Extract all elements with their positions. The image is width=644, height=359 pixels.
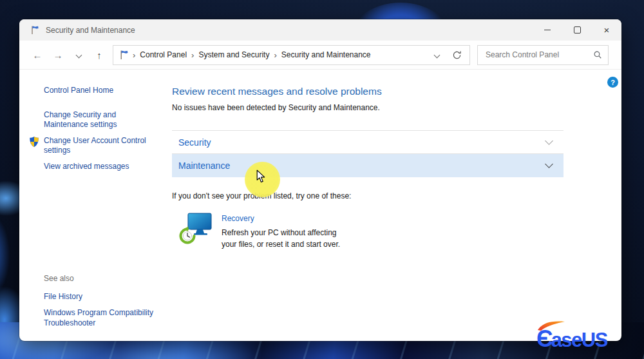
easeus-logo-mark: Є: [536, 321, 553, 351]
status-accordion: Security Maintenance: [172, 130, 564, 177]
recovery-text: Recovery Refresh your PC without affecti…: [222, 210, 354, 250]
sidebar: Control Panel Home Change Security and M…: [19, 70, 172, 341]
forward-button[interactable]: →: [48, 50, 68, 61]
sidebar-item-view-archived-messages[interactable]: View archived messages: [44, 162, 157, 172]
help-icon: ?: [611, 79, 615, 86]
chevron-down-icon: [75, 52, 82, 58]
help-button[interactable]: ?: [607, 77, 618, 88]
mouse-cursor-icon: [256, 170, 266, 183]
breadcrumb-flag-icon: [119, 50, 129, 60]
search-box: [477, 45, 609, 65]
accordion-row-security[interactable]: Security: [172, 131, 564, 154]
sidebar-item-control-panel-home[interactable]: Control Panel Home: [44, 86, 164, 96]
accordion-label: Security: [178, 137, 211, 148]
easeus-logo: Є aseUS: [536, 321, 607, 351]
search-input[interactable]: [484, 50, 593, 60]
window-controls: ×: [533, 19, 621, 41]
sidebar-item-file-history[interactable]: File History: [44, 292, 157, 302]
page-subtitle: No issues have been detected by Security…: [172, 103, 380, 112]
recovery-icon[interactable]: [178, 210, 213, 250]
desktop: Security and Maintenance × ← → ↑ › Contr…: [0, 0, 644, 359]
accordion-label: Maintenance: [178, 160, 230, 171]
minimize-icon: [544, 30, 551, 30]
window-title: Security and Maintenance: [46, 26, 135, 35]
uac-shield-icon: [28, 136, 40, 151]
page-title: Review recent messages and resolve probl…: [172, 86, 382, 97]
breadcrumb-item-security-and-maintenance[interactable]: Security and Maintenance: [280, 50, 372, 59]
breadcrumb-item-control-panel[interactable]: Control Panel: [138, 50, 188, 59]
accordion-row-maintenance[interactable]: Maintenance: [172, 154, 564, 177]
up-button[interactable]: ↑: [89, 50, 109, 61]
recovery-link[interactable]: Recovery: [222, 214, 354, 223]
addressbar-actions: [435, 50, 462, 60]
see-also-section: See also File History Windows Program Co…: [44, 274, 157, 335]
forward-icon: →: [53, 50, 63, 61]
recent-locations-button[interactable]: [68, 53, 89, 57]
sidebar-item-change-uac-settings[interactable]: Change User Account Control settings: [44, 136, 157, 156]
recovery-description: Refresh your PC without affecting your f…: [222, 227, 354, 250]
address-dropdown-icon[interactable]: [434, 52, 440, 58]
back-icon: ←: [33, 50, 43, 61]
chevron-down-icon: [545, 137, 553, 145]
back-button[interactable]: ←: [27, 50, 48, 61]
easeus-swoosh-icon: [537, 320, 565, 333]
maximize-button[interactable]: [562, 19, 592, 41]
navigation-bar: ← → ↑ › Control Panel › System and Secur…: [19, 41, 621, 70]
chevron-down-icon: [545, 160, 553, 168]
sidebar-item-program-compatibility-troubleshooter[interactable]: Windows Program Compatibility Troublesho…: [44, 308, 157, 328]
breadcrumb-separator: ›: [188, 50, 197, 60]
close-icon: ×: [604, 25, 610, 35]
window-flag-icon: [30, 25, 40, 35]
recovery-item: Recovery Refresh your PC without affecti…: [178, 210, 354, 250]
see-also-header: See also: [44, 274, 157, 284]
close-button[interactable]: ×: [592, 19, 621, 41]
main-content: Review recent messages and resolve probl…: [172, 70, 621, 341]
breadcrumb-item-system-and-security[interactable]: System and Security: [197, 50, 270, 59]
sidebar-item-change-security-maintenance-settings[interactable]: Change Security and Maintenance settings: [44, 110, 157, 130]
window-body: Control Panel Home Change Security and M…: [19, 70, 621, 341]
search-icon[interactable]: [593, 50, 602, 59]
sidebar-uac-row: Change User Account Control settings: [44, 136, 164, 156]
security-maintenance-window: Security and Maintenance × ← → ↑ › Contr…: [19, 19, 621, 341]
breadcrumb-separator: ›: [129, 50, 138, 60]
minimize-button[interactable]: [533, 19, 562, 41]
breadcrumb[interactable]: › Control Panel › System and Security › …: [113, 45, 470, 65]
refresh-icon[interactable]: [452, 50, 462, 60]
titlebar[interactable]: Security and Maintenance ×: [19, 19, 621, 41]
maximize-icon: [574, 26, 581, 34]
up-icon: ↑: [97, 50, 102, 61]
breadcrumb-separator: ›: [270, 50, 279, 60]
